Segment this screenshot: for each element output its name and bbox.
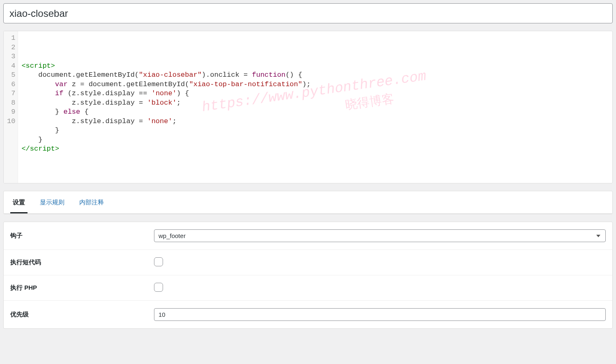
- php-label: 执行 PHP: [10, 284, 154, 292]
- priority-input[interactable]: [154, 308, 606, 321]
- code-area[interactable]: https://www.pythonthree.com 晓得博客 <script…: [18, 31, 612, 183]
- code-line[interactable]: z.style.display = 'none';: [21, 117, 609, 126]
- shortcode-checkbox[interactable]: [154, 257, 163, 266]
- tab-display-rules[interactable]: 显示规则: [37, 191, 67, 213]
- php-checkbox[interactable]: [154, 283, 163, 292]
- row-hook: 钩子 wp_footer: [4, 222, 612, 250]
- code-line[interactable]: if (z.style.display == 'none') {: [21, 89, 609, 98]
- code-line[interactable]: }: [21, 135, 609, 145]
- code-line[interactable]: document.getElementById("xiao-closebar")…: [21, 71, 609, 80]
- row-priority: 优先级: [4, 301, 612, 328]
- code-line[interactable]: var z = document.getElementById("xiao-to…: [21, 80, 609, 89]
- row-php: 执行 PHP: [4, 275, 612, 301]
- code-line[interactable]: z.style.display = 'block';: [21, 98, 609, 108]
- hook-label: 钩子: [10, 232, 154, 240]
- settings-panel: 钩子 wp_footer 执行短代码 执行 PHP 优先级: [3, 222, 613, 329]
- tab-settings[interactable]: 设置: [10, 191, 28, 213]
- priority-label: 优先级: [10, 311, 154, 318]
- code-line[interactable]: } else {: [21, 108, 609, 117]
- line-numbers: 12345678910: [4, 31, 18, 183]
- code-line[interactable]: }: [21, 126, 609, 135]
- shortcode-label: 执行短代码: [10, 259, 154, 266]
- code-line[interactable]: </script>: [21, 144, 609, 154]
- tabs-container: 设置 显示规则 内部注释: [3, 191, 613, 214]
- hook-select[interactable]: wp_footer: [154, 229, 606, 242]
- code-editor[interactable]: 12345678910 https://www.pythonthree.com …: [3, 31, 613, 183]
- tab-notes[interactable]: 内部注释: [77, 191, 106, 213]
- title-input[interactable]: [3, 3, 613, 23]
- row-shortcode: 执行短代码: [4, 250, 612, 275]
- code-line[interactable]: <script>: [21, 62, 609, 71]
